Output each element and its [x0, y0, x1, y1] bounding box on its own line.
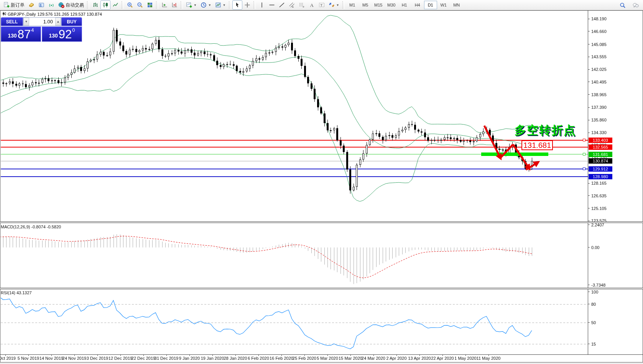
- data-window-button[interactable]: [36, 0, 46, 10]
- indicators-icon: [186, 2, 192, 8]
- level-line-handle[interactable]: [583, 153, 585, 156]
- timeframe-mn-button[interactable]: MN: [450, 1, 463, 9]
- market-watch-button[interactable]: [26, 0, 36, 10]
- search-icon: [620, 2, 626, 8]
- shapes-tool-button[interactable]: ▼: [327, 0, 341, 10]
- sell-price[interactable]: 130874: [1, 26, 41, 42]
- line-chart-mode-button[interactable]: [110, 0, 120, 10]
- toolbar-separator: [122, 1, 124, 9]
- trendline-icon: [279, 2, 285, 8]
- toolbar-separator: [156, 1, 158, 9]
- main-toolbar: 新订单自动交易▼▼▼EFAT▼M1M5M15M30H1H4D1W1MN: [0, 0, 643, 10]
- candlestick-mode-button[interactable]: [100, 0, 110, 10]
- price-axis-badge: 133.403: [589, 138, 612, 143]
- price-axis-badge: 130.874: [589, 158, 612, 164]
- indicators-button[interactable]: ▼: [184, 0, 199, 10]
- sell-button[interactable]: SELL: [1, 17, 23, 26]
- signals-button[interactable]: [46, 0, 56, 10]
- toolbar-separator: [181, 1, 183, 9]
- date-axis-line: [0, 354, 643, 355]
- auto-trading-button[interactable]: 自动交易: [56, 0, 86, 10]
- svg-text:F: F: [303, 6, 304, 8]
- timeframe-w1-button[interactable]: W1: [437, 1, 450, 9]
- chart-shift-button[interactable]: [169, 0, 179, 10]
- trend-zigzag-annotation[interactable]: [0, 0, 643, 364]
- channel-tool-button[interactable]: E: [287, 0, 297, 10]
- cursor-tool-button[interactable]: [232, 0, 242, 10]
- level-line-handle[interactable]: [583, 167, 585, 170]
- zoom-out-icon: [137, 2, 143, 8]
- chart-title-symbol: GBPJPY-,Daily: [8, 12, 36, 16]
- macd-indicator-label: MACD(12,26,9) -0.8074 -0.5820: [1, 225, 61, 229]
- rsi-indicator-label: RSI(14) 43.1327: [1, 290, 32, 295]
- buy-button[interactable]: BUY: [61, 17, 82, 26]
- price-axis-badge: 131.681: [589, 152, 612, 157]
- templates-icon: [215, 2, 221, 8]
- toolbar-separator: [229, 1, 231, 9]
- auto-scroll-button[interactable]: [160, 0, 169, 10]
- text-icon: A: [309, 2, 315, 8]
- tile-windows-button[interactable]: [145, 0, 155, 10]
- tile-icon: [147, 2, 153, 8]
- vline-icon: [259, 2, 265, 8]
- price-level-label[interactable]: 131.681: [521, 140, 553, 150]
- market-watch-icon: [28, 2, 35, 8]
- volume-up-button[interactable]: ▲: [55, 18, 61, 26]
- volume-down-button[interactable]: ▼: [23, 18, 29, 26]
- hline-icon: [269, 2, 275, 8]
- chart-title-icon: [2, 12, 6, 16]
- auto-trading-icon: [58, 2, 64, 8]
- bar-chart-mode-button[interactable]: [90, 0, 100, 10]
- periods-button[interactable]: ▼: [199, 0, 213, 10]
- timeframe-m30-button[interactable]: M30: [385, 1, 398, 9]
- panel-separator[interactable]: [0, 288, 643, 289]
- channel-icon: E: [289, 2, 295, 8]
- crosshair-tool-button[interactable]: [242, 0, 252, 10]
- timeframe-m5-button[interactable]: M5: [359, 1, 372, 9]
- community-button[interactable]: [631, 1, 641, 10]
- price-axis-badge: 129.912: [589, 166, 612, 172]
- buy-price[interactable]: 130920: [42, 26, 82, 42]
- fibonacci-tool-button[interactable]: F: [297, 0, 307, 10]
- panel-separator[interactable]: [0, 221, 643, 223]
- timeframe-m1-button[interactable]: M1: [346, 1, 359, 9]
- toolbar-separator: [253, 1, 256, 9]
- shapes-tool-dropdown-arrow-icon[interactable]: ▼: [336, 3, 339, 7]
- svg-text:E: E: [292, 6, 294, 8]
- chart-title: GBPJPY-,Daily 129.576 131.265 129.537 13…: [2, 12, 102, 16]
- chart-title-ohlc: 129.576 131.265 129.537 130.874: [38, 12, 102, 16]
- periods-dropdown-arrow-icon[interactable]: ▼: [208, 3, 211, 7]
- text-tool-button[interactable]: A: [307, 0, 317, 10]
- level-line-handle[interactable]: [583, 139, 585, 141]
- templates-dropdown-arrow-icon[interactable]: ▼: [223, 3, 226, 7]
- new-order-button[interactable]: 新订单: [2, 0, 26, 10]
- signals-icon: [48, 2, 54, 8]
- zoom-in-button[interactable]: [125, 0, 135, 10]
- zoom-out-button[interactable]: [135, 0, 145, 10]
- crosshair-icon: [244, 2, 250, 8]
- templates-button[interactable]: ▼: [213, 0, 228, 10]
- trendline-tool-button[interactable]: [277, 0, 287, 10]
- horizontal-line-tool-button[interactable]: [267, 0, 277, 10]
- text-label-tool-button[interactable]: T: [317, 0, 327, 10]
- auto-trading-label: 自动交易: [66, 2, 84, 8]
- window-bottom-strip: [0, 362, 643, 364]
- search-button[interactable]: [618, 1, 628, 10]
- timeframe-h4-button[interactable]: H4: [411, 1, 424, 9]
- timeframe-m15-button[interactable]: M15: [372, 1, 385, 9]
- indicators-dropdown-arrow-icon[interactable]: ▼: [194, 3, 197, 7]
- svg-text:A: A: [310, 2, 314, 8]
- toolbar-right-group: [618, 1, 641, 10]
- zoom-in-icon: [127, 2, 133, 8]
- toolbar-separator: [342, 1, 345, 9]
- shift-icon: [171, 2, 178, 8]
- timeframe-h1-button[interactable]: H1: [398, 1, 411, 9]
- turning-point-annotation[interactable]: 多空转折点: [515, 123, 576, 138]
- vertical-line-tool-button[interactable]: [257, 0, 267, 10]
- mt4-window: 新订单自动交易▼▼▼EFAT▼M1M5M15M30H1H4D1W1MN GBPJ…: [0, 0, 643, 364]
- price-axis-badge: 132.565: [589, 144, 612, 150]
- timeframe-d1-button[interactable]: D1: [424, 1, 437, 9]
- linechart-icon: [112, 2, 118, 8]
- volume-spinner: ▼ 1.00 ▲: [23, 17, 61, 26]
- toolbar-separator: [87, 1, 89, 9]
